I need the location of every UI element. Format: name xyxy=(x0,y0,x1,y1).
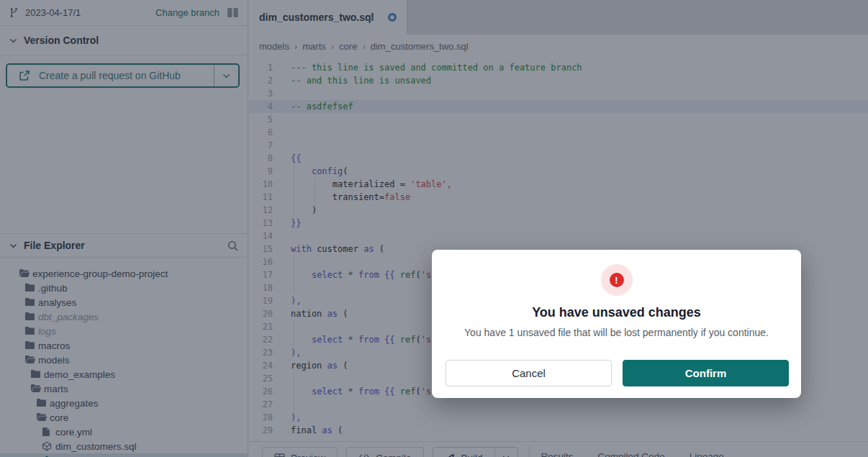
cancel-button[interactable]: Cancel xyxy=(446,360,612,386)
warning-halo: ! xyxy=(601,264,633,296)
dialog-actions: Cancel Confirm xyxy=(446,360,789,386)
confirm-button[interactable]: Confirm xyxy=(623,360,789,386)
dialog-message: You have 1 unsaved file that will be los… xyxy=(432,327,801,338)
alert-exclamation-icon: ! xyxy=(610,273,624,287)
unsaved-changes-dialog: ! You have unsaved changes You have 1 un… xyxy=(432,250,801,398)
dialog-title: You have unsaved changes xyxy=(432,305,801,320)
dbt-cloud-ide: 2023-04-17/1 Change branch Version Contr… xyxy=(0,0,868,457)
